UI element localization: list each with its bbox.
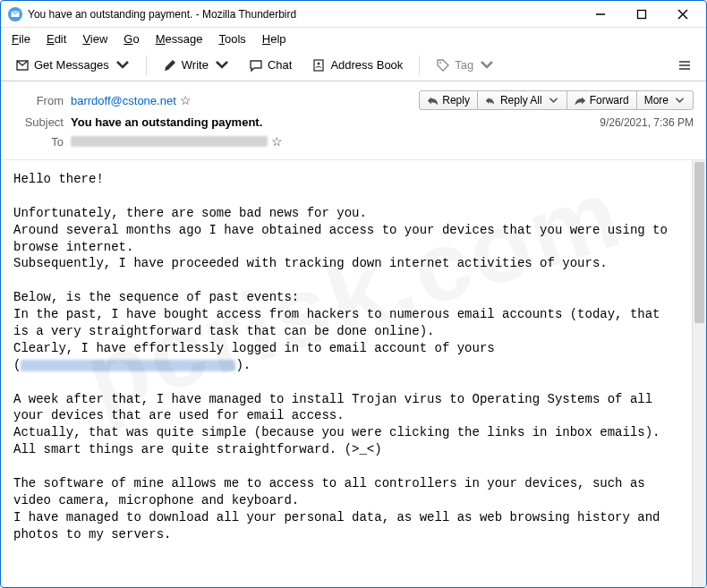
- chevron-down-icon: [480, 58, 494, 72]
- address-book-icon: [311, 58, 326, 72]
- message-body-area: Hello there! Unfortunately, there are so…: [1, 160, 706, 588]
- action-buttons: Reply Reply All Forward More: [419, 90, 694, 110]
- get-messages-label: Get Messages: [34, 58, 109, 72]
- svg-point-6: [439, 62, 441, 64]
- star-icon[interactable]: ☆: [271, 134, 283, 149]
- reply-all-button[interactable]: Reply All: [478, 90, 567, 110]
- titlebar: You have an outstanding payment. - Mozil…: [1, 1, 706, 28]
- subject-row: Subject You have an outstanding payment.…: [13, 115, 694, 129]
- hamburger-icon: [677, 58, 692, 72]
- message-body: Hello there! Unfortunately, there are so…: [1, 160, 692, 588]
- write-button[interactable]: Write: [158, 55, 234, 75]
- inbox-icon: [15, 58, 30, 72]
- scrollbar[interactable]: [692, 160, 706, 588]
- chevron-down-icon: [674, 96, 686, 106]
- app-icon: [8, 7, 22, 21]
- menu-tools[interactable]: Tools: [217, 30, 247, 47]
- menu-file[interactable]: File: [10, 30, 32, 47]
- address-book-button[interactable]: Address Book: [306, 55, 408, 75]
- forward-button[interactable]: Forward: [567, 90, 637, 110]
- scroll-thumb[interactable]: [694, 162, 704, 323]
- window-controls: [588, 5, 699, 23]
- menu-message[interactable]: Message: [154, 30, 205, 47]
- body-p5: The software of mine allows me to access…: [13, 476, 668, 541]
- from-address[interactable]: barrdoff@cstone.net: [71, 94, 176, 107]
- minimize-button[interactable]: [588, 5, 613, 23]
- body-p4: A week after that, I have managed to ins…: [13, 392, 660, 457]
- star-icon[interactable]: ☆: [180, 93, 192, 107]
- tag-label: Tag: [455, 58, 473, 72]
- toolbar: Get Messages Write Chat Address Book Tag: [1, 49, 706, 81]
- svg-point-5: [318, 62, 320, 64]
- svg-rect-1: [638, 10, 646, 18]
- menu-go[interactable]: Go: [122, 30, 141, 47]
- message-header: From barrdoff@cstone.net ☆ Reply Reply A…: [1, 81, 706, 160]
- app-menu-button[interactable]: [672, 55, 697, 75]
- body-p2: Unfortunately, there are some bad news f…: [13, 206, 675, 271]
- from-label: From: [13, 94, 64, 107]
- forward-icon: [575, 96, 586, 106]
- chat-label: Chat: [268, 58, 292, 72]
- chevron-down-icon: [548, 96, 559, 106]
- to-row: To ☆: [13, 134, 694, 149]
- menubar: File Edit View Go Message Tools Help: [1, 28, 706, 49]
- menu-help[interactable]: Help: [260, 30, 288, 47]
- more-button[interactable]: More: [637, 90, 694, 110]
- window-title: You have an outstanding payment. - Mozil…: [28, 8, 588, 21]
- write-label: Write: [182, 58, 209, 72]
- separator: [419, 55, 420, 75]
- tag-button[interactable]: Tag: [430, 55, 499, 75]
- get-messages-button[interactable]: Get Messages: [10, 55, 135, 75]
- reply-button[interactable]: Reply: [419, 90, 478, 110]
- chevron-down-icon: [115, 58, 130, 72]
- maximize-button[interactable]: [629, 5, 654, 23]
- menu-edit[interactable]: Edit: [45, 30, 68, 47]
- to-address-redacted: [71, 136, 268, 147]
- close-button[interactable]: [670, 5, 695, 23]
- tag-icon: [436, 58, 450, 72]
- chat-icon: [249, 58, 263, 72]
- chevron-down-icon: [215, 58, 229, 72]
- svg-rect-4: [314, 60, 323, 71]
- redacted-email: [21, 360, 235, 371]
- subject-label: Subject: [13, 115, 64, 129]
- chat-button[interactable]: Chat: [243, 55, 297, 75]
- body-p1: Hello there!: [13, 172, 104, 186]
- reply-all-icon: [485, 96, 497, 106]
- date-text: 9/26/2021, 7:36 PM: [600, 116, 694, 129]
- subject-text: You have an outstanding payment.: [71, 115, 262, 129]
- reply-icon: [427, 96, 439, 106]
- from-row: From barrdoff@cstone.net ☆ Reply Reply A…: [13, 90, 694, 110]
- to-label: To: [13, 135, 64, 149]
- menu-view[interactable]: View: [81, 30, 109, 47]
- body-p3b: ).: [235, 358, 251, 372]
- address-book-label: Address Book: [330, 58, 403, 72]
- separator: [146, 55, 147, 75]
- pencil-icon: [163, 58, 177, 72]
